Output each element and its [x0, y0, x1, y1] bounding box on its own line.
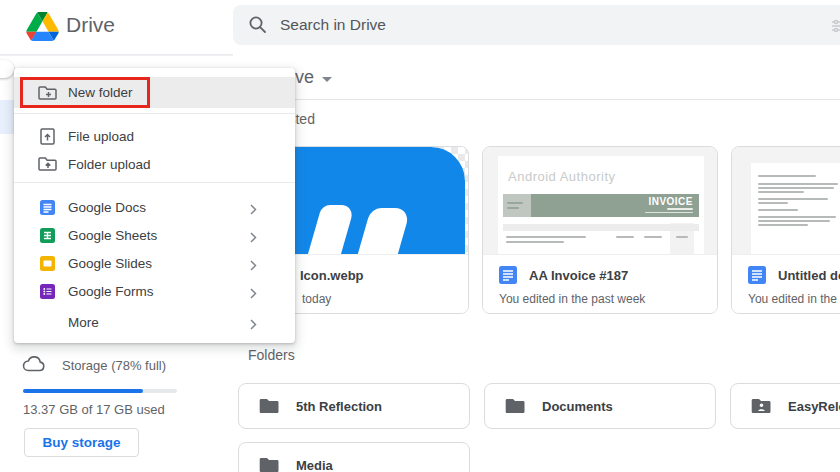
submenu-chevron-icon: [250, 229, 257, 247]
folder-icon: [259, 457, 279, 472]
file-activity: You edited in the past week: [748, 292, 840, 306]
menu-item-google-forms[interactable]: Google Forms: [14, 277, 295, 305]
menu-item-label: Folder upload: [68, 157, 151, 172]
menu-item-google-sheets[interactable]: Google Sheets: [14, 221, 295, 249]
storage-usage: 13.37 GB of 17 GB used: [23, 402, 165, 417]
file-name: Icon.webp: [300, 268, 364, 283]
folder-tile-documents[interactable]: Documents: [484, 383, 716, 429]
buy-storage-button[interactable]: Buy storage: [24, 428, 139, 457]
folder-tile-5th-reflection[interactable]: 5th Reflection: [238, 383, 470, 429]
invoice-table-header: [503, 224, 699, 231]
menu-item-new-folder[interactable]: New folder: [14, 77, 295, 108]
menu-item-label: Google Sheets: [68, 228, 157, 243]
card-info: Untitled document You edited in the past…: [732, 254, 840, 313]
folder-icon: [259, 398, 279, 414]
submenu-chevron-icon: [250, 201, 257, 219]
storage-progress-fill: [23, 389, 143, 393]
menu-item-google-slides[interactable]: Google Slides: [14, 249, 295, 277]
google-drive-window: Drive Search in Drive My Drive Suggested: [0, 0, 840, 472]
menu-item-google-docs[interactable]: Google Docs: [14, 193, 295, 221]
search-icon: [248, 15, 268, 39]
folder-icon: [505, 398, 525, 414]
artwork-shape: [351, 208, 411, 254]
shared-folder-icon: [751, 398, 771, 414]
google-forms-icon: [37, 284, 57, 299]
invoice-banner-title: INVOICE: [648, 196, 693, 207]
drive-logo-icon[interactable]: [26, 12, 59, 41]
file-card-aa-invoice[interactable]: Android Authority INVOICE: [482, 146, 718, 314]
top-app-bar: Drive Search in Drive: [0, 0, 840, 56]
new-button[interactable]: [0, 60, 14, 78]
search-placeholder: Search in Drive: [280, 16, 386, 34]
document-preview: [732, 147, 840, 254]
submenu-chevron-icon: [250, 257, 257, 275]
folder-name: EasyRelease iOS: [788, 399, 840, 414]
google-docs-icon: [748, 266, 766, 288]
menu-item-folder-upload[interactable]: Folder upload: [14, 150, 295, 178]
menu-item-label: Google Slides: [68, 256, 152, 271]
tune-icon[interactable]: [831, 18, 840, 38]
cloud-icon: [22, 355, 46, 377]
menu-divider: [14, 182, 295, 183]
invoice-heading: Android Authority: [508, 169, 616, 184]
menu-item-file-upload[interactable]: File upload: [14, 122, 295, 150]
file-upload-icon: [37, 128, 57, 145]
menu-item-label: Google Docs: [68, 200, 146, 215]
folder-name: 5th Reflection: [296, 399, 382, 414]
storage-progress: [23, 389, 177, 393]
document-preview: Android Authority INVOICE: [483, 147, 717, 254]
search-input[interactable]: Search in Drive: [233, 5, 840, 45]
content-toolbar: My Drive: [233, 55, 840, 100]
artwork-shape: [302, 205, 355, 254]
file-activity: today: [302, 292, 331, 306]
new-menu: New folder File upload Folder upload Goo…: [14, 68, 295, 343]
storage-label: Storage (78% full): [62, 358, 166, 373]
invoice-banner: INVOICE: [503, 194, 699, 217]
file-card-untitled-document[interactable]: Untitled document You edited in the past…: [731, 146, 840, 314]
folder-name: Documents: [542, 399, 613, 414]
google-slides-icon: [37, 256, 57, 271]
google-sheets-icon: [37, 228, 57, 243]
folder-name: Media: [296, 458, 333, 472]
new-folder-icon: [37, 85, 57, 101]
toolbar-divider: [233, 99, 840, 100]
card-info: AA Invoice #187 You edited in the past w…: [483, 254, 717, 313]
file-name: Untitled document: [778, 268, 840, 283]
submenu-chevron-icon: [250, 316, 257, 334]
menu-item-label: More: [68, 315, 99, 330]
google-docs-icon: [37, 200, 57, 215]
folder-upload-icon: [37, 156, 57, 172]
menu-item-label: File upload: [68, 129, 134, 144]
folder-tile-media[interactable]: Media: [238, 442, 470, 472]
chevron-down-icon: [322, 77, 332, 82]
menu-item-more[interactable]: More: [14, 308, 295, 336]
submenu-chevron-icon: [250, 285, 257, 303]
app-title: Drive: [66, 13, 115, 37]
menu-divider: [14, 113, 295, 114]
folders-section-label: Folders: [248, 347, 295, 363]
sidebar-item-my-drive[interactable]: [0, 100, 15, 134]
header-divider: [0, 54, 233, 55]
file-activity: You edited in the past week: [499, 292, 645, 306]
folder-tile-easyrelease-ios[interactable]: EasyRelease iOS: [730, 383, 840, 429]
menu-item-label: New folder: [68, 85, 133, 100]
file-name: AA Invoice #187: [529, 268, 628, 283]
google-docs-icon: [499, 266, 517, 288]
menu-item-label: Google Forms: [68, 284, 154, 299]
invoice-banner-block: [503, 194, 531, 217]
